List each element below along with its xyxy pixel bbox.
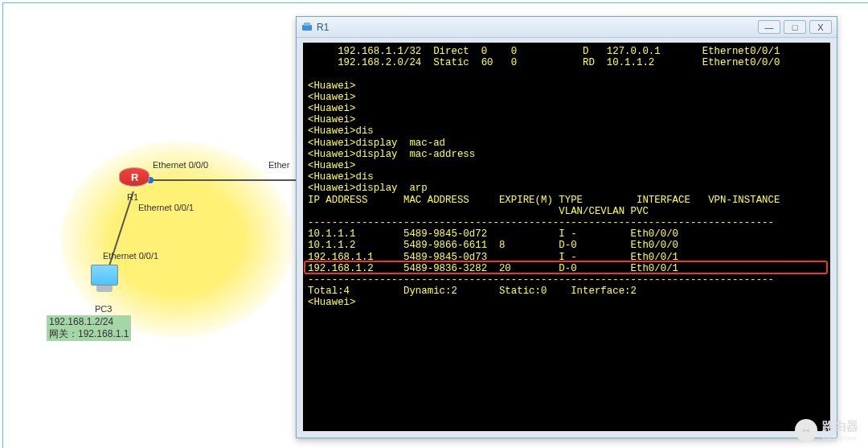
term-l13: IP ADDRESS MAC ADDRESS EXPIRE(M) TYPE IN…	[308, 195, 780, 206]
router-label: R1	[127, 192, 138, 202]
pc3[interactable]	[88, 265, 121, 298]
minimize-button[interactable]: —	[758, 20, 780, 34]
pc-info-box: 192.168.1.2/24 网关：192.168.1.1	[47, 315, 131, 341]
close-button[interactable]: X	[809, 20, 832, 34]
watermark-text: 路由器	[822, 419, 858, 433]
term-l7: <Huawei>dis	[308, 125, 374, 137]
watermark: 路由器 luyouqi.com	[795, 419, 858, 442]
window-title: R1	[317, 22, 755, 33]
svg-point-3	[803, 429, 805, 430]
term-l17: 10.1.1.2 5489-9866-6611 8 D-0 Eth0/0/0	[308, 240, 678, 251]
term-l9: <Huawei>display mac-address	[308, 149, 475, 160]
term-l0: 192.168.1.1/32 Direct 0 0 D 127.0.0.1 Et…	[308, 46, 780, 57]
watermark-sub: luyouqi.com	[822, 434, 858, 442]
term-l20: ----------------------------------------…	[308, 274, 774, 286]
maximize-button[interactable]: □	[784, 20, 806, 34]
term-l11: <Huawei>dis	[308, 171, 374, 183]
app-icon	[301, 22, 313, 33]
term-l15: ----------------------------------------…	[308, 217, 774, 228]
term-l12: <Huawei>display arp	[308, 183, 428, 194]
intf-label-eth001-b: Ethernet 0/0/1	[103, 251, 158, 261]
term-l21: Total:4 Dynamic:2 Static:0 Interface:2	[308, 286, 637, 297]
term-l8: <Huawei>display mac-ad	[308, 138, 445, 149]
terminal-window: R1 — □ X 192.168.1.1/32 Direct 0 0 D 127…	[296, 16, 837, 438]
pc-label: PC3	[95, 304, 112, 314]
svg-point-4	[808, 429, 809, 430]
intf-label-eth-partial: Ether	[268, 160, 289, 170]
pc-ip: 192.168.1.2/24	[49, 316, 129, 328]
svg-rect-1	[304, 23, 310, 26]
term-l4: <Huawei>	[308, 92, 356, 103]
link-r1-right	[149, 179, 299, 181]
term-l14: VLAN/CEVLAN PVC	[308, 206, 649, 217]
term-l10: <Huawei>	[308, 160, 356, 171]
term-l22: <Huawei>	[308, 297, 356, 308]
router-r1[interactable]	[119, 167, 149, 191]
intf-label-eth000: Ethernet 0/0/0	[153, 160, 208, 170]
svg-rect-0	[302, 25, 312, 31]
titlebar[interactable]: R1 — □ X	[297, 17, 837, 38]
pc-gateway: 网关：192.168.1.1	[49, 328, 129, 340]
term-l6: <Huawei>	[308, 114, 356, 125]
intf-label-eth001-a: Ethernet 0/0/1	[138, 203, 194, 212]
term-l3: <Huawei>	[308, 80, 356, 92]
terminal-body[interactable]: 192.168.1.1/32 Direct 0 0 D 127.0.0.1 Et…	[303, 43, 830, 431]
term-l16: 10.1.1.1 5489-9845-0d72 I - Eth0/0/0	[308, 228, 678, 240]
term-l1: 192.168.2.0/24 Static 60 0 RD 10.1.1.2 E…	[308, 57, 780, 68]
term-l5: <Huawei>	[308, 103, 356, 114]
highlight-redbox	[304, 261, 828, 274]
watermark-icon	[795, 419, 817, 442]
